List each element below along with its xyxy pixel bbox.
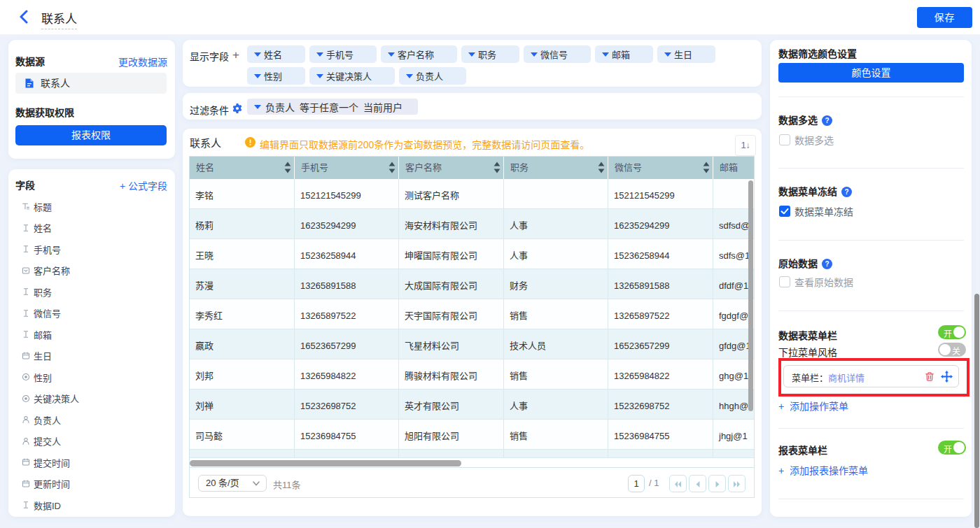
svg-text:?: ? [825, 260, 829, 268]
svg-text:?: ? [844, 188, 848, 196]
svg-text:?: ? [825, 117, 829, 124]
